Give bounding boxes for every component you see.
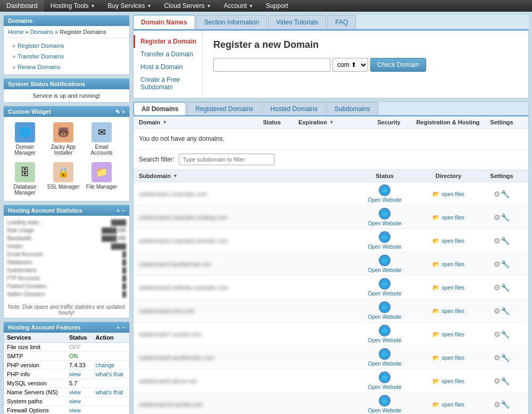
settings-icon[interactable]: ⚙🔧 — [494, 307, 510, 315]
widget-domain-manager[interactable]: 🌐 Domain Manager — [7, 120, 43, 158]
subtab-hosted[interactable]: Hosted Domains — [262, 102, 326, 115]
domain-manager-icon: 🌐 — [15, 122, 35, 142]
nav-account[interactable]: Account ▼ — [217, 0, 259, 12]
subdomain-row: subdomain8.anothersite.com 🌐 Open Websit… — [134, 346, 528, 369]
minus-icon[interactable]: − — [122, 325, 125, 331]
globe-icon: 🌐 — [379, 395, 390, 407]
open-website-btn[interactable]: 🌐 Open Website — [353, 395, 417, 413]
domains-menu: Register Domains Transfer Domains Renew … — [4, 38, 129, 74]
link-transfer-domain[interactable]: Transfer a Domain — [134, 48, 202, 61]
folder-icon: 📂 — [433, 214, 440, 221]
link-register-domain[interactable]: Register a Domain — [134, 35, 202, 48]
menu-renew-domains[interactable]: Renew Domains — [4, 62, 129, 72]
tab-domain-names[interactable]: Domain Names — [133, 15, 195, 29]
open-files-link[interactable]: open files — [442, 191, 464, 197]
settings-icon[interactable]: ⚙🔧 — [494, 330, 510, 339]
ssl-icon: 🔒 — [53, 162, 73, 182]
nav-buy-services[interactable]: Buy Services ▼ — [101, 0, 157, 12]
subtab-subdomains[interactable]: Subdomains — [327, 102, 378, 115]
open-website-btn[interactable]: 🌐 Open Website — [353, 184, 417, 203]
open-files-link[interactable]: open files — [442, 215, 464, 221]
feature-row: Firewall Options view — [4, 406, 129, 415]
subdomain-row: subdomain5.website.example.com 🌐 Open We… — [134, 276, 528, 299]
settings-icon[interactable]: ⚙🔧 — [494, 260, 510, 268]
settings-icon[interactable]: ⚙🔧 — [494, 190, 510, 198]
widget-file-manager[interactable]: 📁 File Manager — [84, 160, 120, 198]
folder-icon: 📂 — [433, 378, 440, 384]
nav-dashboard[interactable]: Dashboard — [0, 0, 44, 12]
widget-database-label: Database Manager — [8, 184, 42, 196]
tab-video-tutorials[interactable]: Video Tutorials — [268, 15, 326, 29]
nav-support[interactable]: Support — [260, 0, 295, 12]
settings-icon[interactable]: ⚙🔧 — [494, 400, 510, 409]
settings-icon[interactable]: ⚙🔧 — [494, 213, 510, 222]
menu-transfer-domains[interactable]: Transfer Domains — [4, 51, 129, 62]
feature-row: MySQL version 5.7 — [4, 379, 129, 388]
php-info-link[interactable]: view — [69, 371, 81, 377]
nav-cloud-servers[interactable]: Cloud Servers ▼ — [157, 0, 217, 12]
open-files-link[interactable]: open files — [442, 378, 464, 384]
subtab-registered[interactable]: Registered Domains — [187, 102, 261, 115]
open-files-link[interactable]: open files — [442, 308, 464, 314]
widget-zacky-label: Zacky App Installer — [46, 144, 80, 156]
ns-view-link[interactable]: view — [69, 389, 81, 395]
open-website-btn[interactable]: 🌐 Open Website — [353, 371, 417, 390]
sort-subdomain-icon[interactable]: ▼ — [173, 173, 178, 179]
php-info-whats-that[interactable]: what's that — [95, 371, 123, 377]
check-domain-button[interactable]: Check Domain — [370, 58, 426, 72]
open-files-link[interactable]: open files — [442, 355, 464, 361]
add-icon[interactable]: + — [117, 325, 120, 331]
open-files-link[interactable]: open files — [442, 285, 464, 291]
subtab-all-domains[interactable]: All Domains — [134, 102, 186, 115]
globe-icon: 🌐 — [379, 231, 390, 243]
widget-database-manager[interactable]: 🗄 Database Manager — [7, 160, 43, 198]
settings-icon[interactable]: ⚙🔧 — [494, 377, 510, 385]
sort-expiry-icon[interactable]: ▼ — [329, 120, 334, 125]
sidebar: Domains Home » Domains » Register Domain… — [3, 15, 130, 414]
ns-whats-that[interactable]: what's that — [95, 389, 123, 395]
open-files-link[interactable]: open files — [442, 238, 464, 244]
open-website-btn[interactable]: 🌐 Open Website — [353, 301, 417, 320]
sort-domain-icon[interactable]: ▼ — [162, 120, 167, 125]
syspaths-link[interactable]: view — [69, 398, 81, 404]
open-website-btn[interactable]: 🌐 Open Website — [353, 348, 417, 367]
open-files-link[interactable]: open files — [442, 332, 464, 337]
widget-ssl-manager[interactable]: 🔒 SSL Manager — [45, 160, 81, 198]
breadcrumb-home[interactable]: Home — [8, 29, 23, 35]
stats-title: Hosting Account Statistics + − — [4, 205, 129, 216]
feature-row: PHP info view what's that — [4, 370, 129, 379]
chevron-down-icon: ▼ — [91, 4, 95, 9]
breadcrumb-domains[interactable]: Domains — [30, 29, 53, 35]
widget-zacky-app[interactable]: 🐻 Zacky App Installer — [45, 120, 81, 158]
add-icon[interactable]: + — [122, 109, 125, 115]
open-files-link[interactable]: open files — [442, 402, 464, 408]
firewall-link[interactable]: view — [69, 407, 81, 413]
open-website-btn[interactable]: 🌐 Open Website — [353, 208, 417, 226]
widget-email-accounts[interactable]: ✉ Email Accounts — [84, 120, 120, 158]
open-website-btn[interactable]: 🌐 Open Website — [353, 255, 417, 273]
feature-row: PHP version 7.4.33 change — [4, 361, 129, 370]
add-icon[interactable]: + — [117, 208, 120, 214]
open-website-btn[interactable]: 🌐 Open Website — [353, 325, 417, 343]
open-website-btn[interactable]: 🌐 Open Website — [353, 231, 417, 250]
nav-hosting-tools[interactable]: Hosting Tools ▼ — [44, 0, 102, 12]
search-filter-input[interactable] — [179, 154, 275, 165]
open-website-btn[interactable]: 🌐 Open Website — [353, 278, 417, 297]
change-php-link[interactable]: change — [95, 362, 114, 368]
domain-text-input[interactable] — [213, 58, 330, 72]
link-host-domain[interactable]: Host a Domain — [134, 61, 202, 73]
stats-content: Loading stats...████ Disk Usage████ MB B… — [4, 216, 129, 302]
domain-ext-select[interactable]: com ⬆ net org info — [332, 58, 368, 72]
menu-register-domains[interactable]: Register Domains — [4, 40, 129, 51]
settings-icon[interactable]: ⚙🔧 — [494, 236, 510, 245]
settings-icon[interactable]: ⚙🔧 — [494, 283, 510, 292]
settings-icon[interactable]: ⚙🔧 — [494, 353, 510, 362]
edit-icon[interactable]: ✎ — [115, 109, 120, 115]
minus-icon[interactable]: − — [122, 208, 125, 214]
database-icon: 🗄 — [15, 162, 35, 182]
link-free-subdomain[interactable]: Create a Free Subdomain — [134, 73, 202, 94]
open-files-link[interactable]: open files — [442, 261, 464, 267]
tab-section-info[interactable]: Section Information — [196, 15, 267, 29]
feature-row: SMTP ON — [4, 352, 129, 361]
tab-faq[interactable]: FAQ — [327, 15, 356, 29]
